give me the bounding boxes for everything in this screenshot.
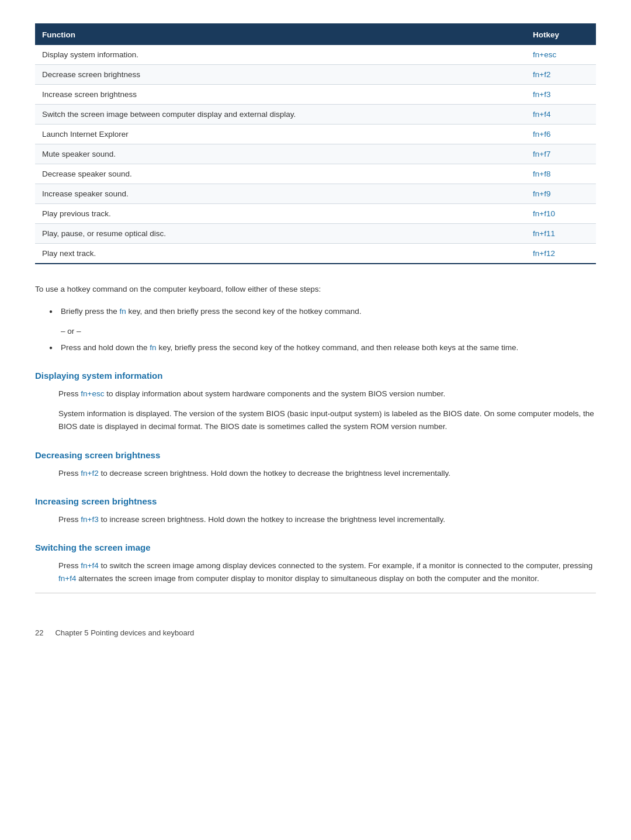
inline-text: Press xyxy=(58,469,81,478)
section-paragraph: Press fn+f2 to decrease screen brightnes… xyxy=(35,467,596,480)
inline-text: to display information about system hard… xyxy=(104,389,445,398)
table-cell-function: Decrease speaker sound. xyxy=(35,164,526,184)
inline-link[interactable]: fn+f3 xyxy=(81,515,98,524)
table-cell-hotkey: fn+esc xyxy=(526,45,596,65)
table-cell-hotkey: fn+f3 xyxy=(526,85,596,105)
bullet2-link[interactable]: fn xyxy=(150,343,156,352)
table-cell-function: Mute speaker sound. xyxy=(35,144,526,164)
section-paragraph: Press fn+f3 to increase screen brightnes… xyxy=(35,513,596,526)
inline-text: Press xyxy=(58,561,81,570)
table-row: Increase speaker sound.fn+f9 xyxy=(35,184,596,204)
inline-link[interactable]: fn+esc xyxy=(81,389,104,398)
instruction-list-2: Press and hold down the fn key, briefly … xyxy=(35,341,596,354)
table-cell-function: Increase speaker sound. xyxy=(35,184,526,204)
table-cell-function: Play previous track. xyxy=(35,204,526,224)
table-cell-hotkey: fn+f6 xyxy=(526,125,596,144)
table-cell-function: Display system information. xyxy=(35,45,526,65)
table-cell-hotkey: fn+f12 xyxy=(526,244,596,264)
sections-container: Displaying system informationPress fn+es… xyxy=(35,371,596,586)
bullet2-suffix: key, briefly press the second key of the… xyxy=(157,343,519,352)
intro-paragraph: To use a hotkey command on the computer … xyxy=(35,283,596,296)
section-heading-displaying-system-information: Displaying system information xyxy=(35,371,596,381)
inline-text: to increase screen brightness. Hold down… xyxy=(99,515,445,524)
chapter-text: Chapter 5 Pointing devices and keyboard xyxy=(55,628,194,637)
page-footer: 22 Chapter 5 Pointing devices and keyboa… xyxy=(35,628,596,637)
section-paragraph: System information is displayed. The ver… xyxy=(35,407,596,434)
table-col1-header: Function xyxy=(35,24,526,45)
hotkey-link[interactable]: fn+f3 xyxy=(533,90,550,99)
list-item-1: Briefly press the fn key, and then brief… xyxy=(49,305,596,318)
instruction-list: Briefly press the fn key, and then brief… xyxy=(35,305,596,318)
hotkey-link[interactable]: fn+f7 xyxy=(533,150,550,158)
page-number: 22 xyxy=(35,628,43,637)
section-heading-decreasing-screen-brightness: Decreasing screen brightness xyxy=(35,450,596,460)
table-cell-hotkey: fn+f9 xyxy=(526,184,596,204)
table-row: Play previous track.fn+f10 xyxy=(35,204,596,224)
table-row: Play, pause, or resume optical disc.fn+f… xyxy=(35,224,596,244)
table-cell-hotkey: fn+f7 xyxy=(526,144,596,164)
table-row: Decrease screen brightnessfn+f2 xyxy=(35,65,596,85)
table-row: Switch the screen image between computer… xyxy=(35,105,596,125)
or-divider: – or – xyxy=(35,327,596,336)
hotkey-table: Function Hotkey Display system informati… xyxy=(35,23,596,264)
table-row: Decrease speaker sound.fn+f8 xyxy=(35,164,596,184)
table-cell-hotkey: fn+f2 xyxy=(526,65,596,85)
section-paragraph: Press fn+f4 to switch the screen image a… xyxy=(35,559,596,586)
footer-divider xyxy=(35,593,596,593)
list-item-2: Press and hold down the fn key, briefly … xyxy=(49,341,596,354)
inline-link[interactable]: fn+f2 xyxy=(81,469,98,478)
table-cell-function: Play, pause, or resume optical disc. xyxy=(35,224,526,244)
table-cell-hotkey: fn+f4 xyxy=(526,105,596,125)
table-cell-function: Increase screen brightness xyxy=(35,85,526,105)
bullet1-suffix: key, and then briefly press the second k… xyxy=(126,307,362,316)
table-cell-hotkey: fn+f11 xyxy=(526,224,596,244)
inline-text: to decrease screen brightness. Hold down… xyxy=(99,469,450,478)
hotkey-link[interactable]: fn+f12 xyxy=(533,249,555,258)
table-row: Launch Internet Explorerfn+f6 xyxy=(35,125,596,144)
inline-text: Press xyxy=(58,515,81,524)
inline-text: alternates the screen image from compute… xyxy=(76,574,539,583)
hotkey-link[interactable]: fn+f4 xyxy=(533,110,550,119)
inline-text: to switch the screen image among display… xyxy=(99,561,593,570)
bullet1-prefix: Briefly press the xyxy=(61,307,120,316)
section-heading-switching-the-screen-image: Switching the screen image xyxy=(35,542,596,552)
table-row: Display system information.fn+esc xyxy=(35,45,596,65)
table-cell-function: Decrease screen brightness xyxy=(35,65,526,85)
table-cell-hotkey: fn+f8 xyxy=(526,164,596,184)
table-row: Increase screen brightnessfn+f3 xyxy=(35,85,596,105)
hotkey-link[interactable]: fn+f2 xyxy=(533,70,550,79)
bullet2-prefix: Press and hold down the xyxy=(61,343,150,352)
section-paragraph: Press fn+esc to display information abou… xyxy=(35,388,596,400)
table-cell-function: Play next track. xyxy=(35,244,526,264)
hotkey-link[interactable]: fn+f6 xyxy=(533,130,550,139)
inline-link[interactable]: fn+f4 xyxy=(81,561,98,570)
section-heading-increasing-screen-brightness: Increasing screen brightness xyxy=(35,496,596,506)
inline-link[interactable]: fn+f4 xyxy=(58,574,76,583)
table-row: Mute speaker sound.fn+f7 xyxy=(35,144,596,164)
hotkey-link[interactable]: fn+f10 xyxy=(533,209,555,218)
hotkey-link[interactable]: fn+f11 xyxy=(533,229,555,238)
table-row: Play next track.fn+f12 xyxy=(35,244,596,264)
table-cell-function: Launch Internet Explorer xyxy=(35,125,526,144)
inline-text: Press xyxy=(58,389,81,398)
bullet1-link[interactable]: fn xyxy=(120,307,126,316)
hotkey-link[interactable]: fn+esc xyxy=(533,50,556,59)
table-col2-header: Hotkey xyxy=(526,24,596,45)
hotkey-link[interactable]: fn+f9 xyxy=(533,189,550,198)
table-cell-hotkey: fn+f10 xyxy=(526,204,596,224)
inline-text: System information is displayed. The ver… xyxy=(58,409,594,431)
hotkey-link[interactable]: fn+f8 xyxy=(533,170,550,178)
table-cell-function: Switch the screen image between computer… xyxy=(35,105,526,125)
